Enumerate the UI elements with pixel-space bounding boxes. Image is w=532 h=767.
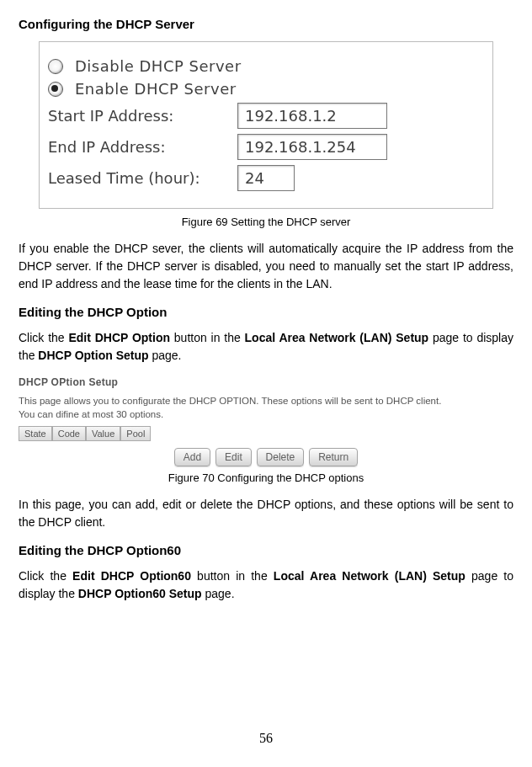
label-end-ip: End IP Address:	[48, 138, 237, 156]
th-pool: Pool	[120, 426, 151, 441]
paragraph-edit-dhcp-option60-instruction: Click the Edit DHCP Option60 button in t…	[19, 567, 513, 603]
text-fragment: button in the	[170, 331, 245, 344]
caption-figure-70: Figure 70 Configuring the DHCP options	[19, 471, 513, 484]
heading-editing-dhcp-option60: Editing the DHCP Option60	[19, 543, 513, 557]
table-header-row: State Code Value Pool	[19, 426, 513, 441]
label-start-ip: Start IP Address:	[48, 107, 237, 125]
heading-editing-dhcp-option: Editing the DHCP Option	[19, 305, 513, 319]
desc-line-2: You can difine at most 30 options.	[19, 409, 163, 419]
text-fragment: page.	[202, 587, 235, 600]
label-enable-dhcp: Enable DHCP Server	[75, 80, 237, 98]
edit-button[interactable]: Edit	[215, 448, 252, 466]
label-leased-time: Leased Time (hour):	[48, 169, 237, 187]
th-code: Code	[52, 426, 86, 441]
text-fragment: Click the	[19, 331, 68, 344]
input-end-ip[interactable]: 192.168.1.254	[237, 134, 387, 160]
text-fragment: page.	[149, 349, 182, 362]
paragraph-dhcp-options-explanation: In this page, you can add, edit or delet…	[19, 496, 513, 531]
text-fragment: Click the	[19, 569, 72, 583]
paragraph-edit-dhcp-option-instruction: Click the Edit DHCP Option button in the…	[19, 329, 513, 365]
delete-button[interactable]: Delete	[257, 448, 305, 466]
radio-enable-dhcp[interactable]	[48, 82, 63, 97]
input-leased-time[interactable]: 24	[237, 165, 295, 191]
radio-disable-dhcp[interactable]	[48, 59, 63, 74]
text-dhcp-option-setup: DHCP Option Setup	[38, 349, 148, 362]
return-button[interactable]: Return	[309, 448, 358, 466]
th-value: Value	[86, 426, 120, 441]
label-disable-dhcp: Disable DHCP Server	[75, 57, 242, 75]
th-state: State	[19, 426, 52, 441]
page-number: 56	[19, 731, 513, 746]
text-fragment: button in the	[191, 569, 274, 583]
figure-dhcp-server-settings: Disable DHCP Server Enable DHCP Server S…	[39, 41, 493, 209]
paragraph-dhcp-explanation: If you enable the DHCP sever, the client…	[19, 240, 513, 293]
heading-configuring-dhcp-server: Configuring the DHCP Server	[19, 17, 513, 31]
add-button[interactable]: Add	[174, 448, 210, 466]
text-dhcp-option60-setup: DHCP Option60 Setup	[78, 587, 202, 600]
caption-figure-69: Figure 69 Setting the DHCP server	[19, 216, 513, 228]
text-lan-setup: Local Area Network (LAN) Setup	[274, 569, 466, 583]
figure-dhcp-option-setup: DHCP OPtion Setup This page allows you t…	[19, 376, 513, 466]
desc-line-1: This page allows you to configurate the …	[19, 396, 441, 406]
text-edit-dhcp-option: Edit DHCP Option	[68, 331, 170, 344]
text-lan-setup: Local Area Network (LAN) Setup	[245, 331, 429, 344]
title-dhcp-option-setup: DHCP OPtion Setup	[19, 376, 513, 388]
input-start-ip[interactable]: 192.168.1.2	[237, 103, 387, 129]
text-edit-dhcp-option60: Edit DHCP Option60	[72, 569, 191, 583]
